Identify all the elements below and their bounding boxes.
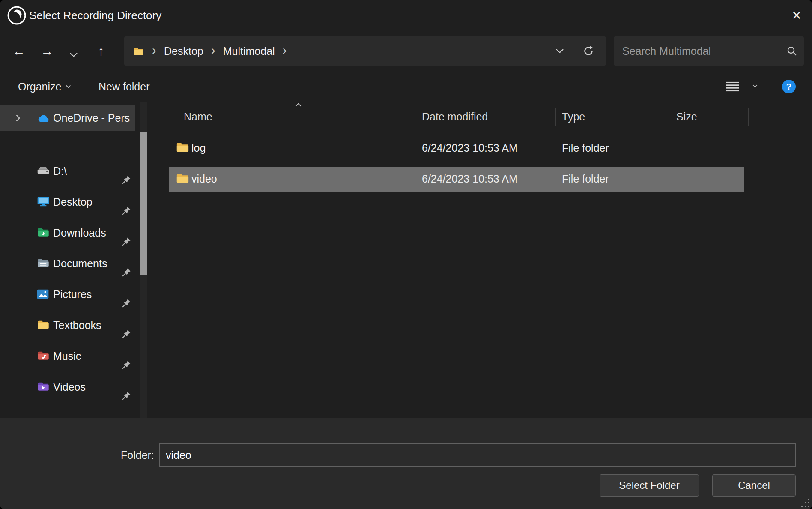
- up-icon: ↑: [98, 44, 104, 58]
- folder-icon: [37, 319, 51, 330]
- cancel-button[interactable]: Cancel: [712, 474, 796, 497]
- sidebar-item-onedrive[interactable]: OneDrive - Persc: [0, 105, 135, 131]
- pin-icon[interactable]: [122, 237, 131, 246]
- recent-locations-button[interactable]: [63, 41, 84, 61]
- sidebar-item-textbooks[interactable]: Textbooks: [0, 319, 137, 350]
- forward-icon: →: [41, 44, 54, 58]
- column-divider[interactable]: [418, 108, 418, 126]
- breadcrumb-multimodal[interactable]: Multimodal: [223, 45, 275, 57]
- help-button[interactable]: ?: [782, 80, 796, 93]
- search-box: [614, 36, 804, 66]
- file-list: Name Date modified Type Size log 6/24/20…: [169, 102, 812, 418]
- file-type: File folder: [562, 173, 609, 185]
- sidebar-item-label: Documents: [53, 257, 107, 270]
- pin-icon[interactable]: [122, 391, 131, 401]
- select-recording-directory-dialog: Select Recording Directory × ← → ↑: [0, 0, 812, 509]
- sidebar-item-label: D:\: [53, 165, 67, 177]
- forward-button[interactable]: →: [37, 41, 57, 61]
- sidebar-scrollbar[interactable]: [140, 102, 147, 418]
- chevron-down-icon: [63, 52, 84, 57]
- file-date-modified: 6/24/2023 10:53 AM: [422, 142, 518, 154]
- navigation-bar: ← → ↑ › Desktop › Multimodal ›: [0, 31, 812, 71]
- file-name: log: [191, 142, 206, 154]
- pin-icon[interactable]: [122, 206, 131, 216]
- close-icon: ×: [792, 6, 801, 24]
- column-header-date-modified[interactable]: Date modified: [422, 111, 488, 123]
- breadcrumb-separator-icon: ›: [283, 43, 287, 57]
- command-bar: Organize New folder ?: [0, 71, 812, 102]
- resize-grip[interactable]: [801, 499, 810, 507]
- column-header-name[interactable]: Name: [184, 111, 212, 123]
- file-date-modified: 6/24/2023 10:53 AM: [422, 173, 518, 185]
- file-list-header: Name Date modified Type Size: [169, 104, 812, 130]
- new-folder-button[interactable]: New folder: [99, 71, 150, 102]
- videos-folder-icon: [37, 381, 51, 392]
- address-dropdown-button[interactable]: [555, 48, 564, 54]
- folder-field-label: Folder:: [121, 449, 154, 461]
- sort-ascending-icon: [295, 103, 302, 107]
- back-icon: ←: [12, 44, 25, 58]
- pin-icon[interactable]: [122, 329, 131, 339]
- new-folder-label: New folder: [99, 81, 150, 93]
- file-type: File folder: [562, 142, 609, 154]
- close-button[interactable]: ×: [781, 0, 812, 31]
- column-header-type[interactable]: Type: [562, 111, 585, 123]
- sidebar-item-pictures[interactable]: Pictures: [0, 288, 137, 319]
- scrollbar-thumb[interactable]: [140, 132, 147, 275]
- pictures-icon: [37, 288, 51, 299]
- sidebar-item-label: Desktop: [53, 196, 93, 208]
- sidebar-item-downloads[interactable]: Downloads: [0, 227, 137, 257]
- help-icon: ?: [786, 81, 792, 91]
- folder-icon: [176, 173, 190, 184]
- file-name: video: [191, 173, 217, 185]
- obs-logo-icon: [7, 6, 27, 25]
- sidebar-item-label: Downloads: [53, 227, 106, 239]
- column-divider[interactable]: [672, 108, 672, 126]
- up-button[interactable]: ↑: [91, 41, 111, 61]
- sidebar-item-label: Pictures: [53, 288, 92, 301]
- dialog-footer: Folder: Select Folder Cancel: [0, 418, 812, 509]
- onedrive-cloud-icon: [37, 112, 51, 123]
- breadcrumb-separator-icon: ›: [152, 43, 156, 57]
- search-icon: [787, 46, 797, 56]
- sidebar-item-label: Videos: [53, 381, 86, 393]
- desktop-icon: [37, 196, 51, 207]
- folder-icon: [176, 142, 190, 153]
- view-options-dropdown-button[interactable]: [752, 84, 758, 88]
- sidebar-item-label: Textbooks: [53, 319, 102, 332]
- address-folder-icon: [133, 47, 144, 56]
- pin-icon[interactable]: [122, 175, 131, 185]
- address-bar[interactable]: › Desktop › Multimodal ›: [124, 36, 606, 66]
- sidebar-item-label: Music: [53, 350, 81, 362]
- column-divider[interactable]: [748, 108, 749, 126]
- sidebar-item-music[interactable]: Music: [0, 350, 137, 381]
- pin-icon[interactable]: [122, 360, 131, 370]
- select-folder-button[interactable]: Select Folder: [600, 474, 699, 497]
- organize-button[interactable]: Organize: [18, 71, 71, 102]
- column-header-size[interactable]: Size: [676, 111, 697, 123]
- titlebar: Select Recording Directory ×: [0, 0, 812, 31]
- sidebar-list: D:\ Desktop: [0, 165, 137, 412]
- organize-label: Organize: [18, 81, 61, 93]
- hard-drive-icon: [37, 165, 51, 176]
- breadcrumb-separator-icon: ›: [211, 43, 215, 57]
- file-row-log[interactable]: log 6/24/2023 10:53 AM File folder: [169, 136, 744, 161]
- sidebar-item-documents[interactable]: Documents: [0, 257, 137, 288]
- sidebar-item-videos[interactable]: Videos: [0, 381, 137, 412]
- documents-folder-icon: [37, 257, 51, 269]
- sidebar-item-drive-d[interactable]: D:\: [0, 165, 137, 196]
- dialog-body: OneDrive - Persc D:\: [0, 102, 812, 418]
- refresh-button[interactable]: [583, 45, 594, 57]
- music-folder-icon: [37, 350, 51, 361]
- pin-icon[interactable]: [122, 299, 131, 308]
- file-row-video-selected[interactable]: video 6/24/2023 10:53 AM File folder: [169, 167, 744, 192]
- search-input[interactable]: [614, 36, 804, 66]
- chevron-down-icon: [66, 85, 71, 88]
- breadcrumb-desktop[interactable]: Desktop: [164, 45, 203, 57]
- column-divider[interactable]: [555, 108, 556, 126]
- pin-icon[interactable]: [122, 268, 131, 277]
- back-button[interactable]: ←: [9, 41, 29, 61]
- view-options-button[interactable]: [725, 81, 740, 93]
- folder-name-input[interactable]: [159, 443, 796, 467]
- sidebar-item-desktop[interactable]: Desktop: [0, 196, 137, 227]
